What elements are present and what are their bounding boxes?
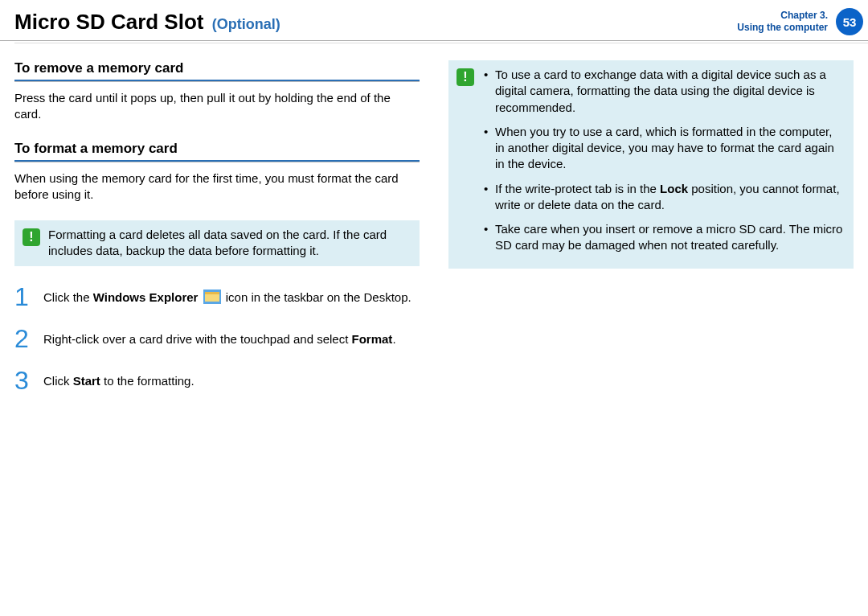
- section-divider: [14, 80, 420, 82]
- bold-format: Format: [352, 332, 393, 346]
- section-remove-title: To remove a memory card: [14, 60, 420, 76]
- windows-explorer-icon: [203, 290, 221, 304]
- bold-lock: Lock: [660, 182, 688, 195]
- section-divider: [14, 160, 420, 162]
- step-3-body: Click Start to the formatting.: [43, 368, 194, 393]
- text: icon in the taskbar on the Desktop.: [226, 290, 411, 304]
- page-header: Micro SD Card Slot (Optional) Chapter 3.…: [0, 0, 868, 41]
- text: .: [392, 332, 395, 346]
- svg-rect-2: [205, 292, 219, 294]
- text: If the write-protect tab is in the: [495, 182, 660, 195]
- bullet-2: When you try to use a card, which is for…: [482, 124, 844, 173]
- left-column: To remove a memory card Press the card u…: [14, 60, 420, 409]
- text: to the formatting.: [100, 374, 194, 388]
- page-number-badge: 53: [836, 8, 863, 35]
- text: Click the: [43, 290, 93, 304]
- format-steps: 1 Click the Windows Explorer icon in the…: [14, 284, 420, 393]
- chapter-label: Chapter 3. Using the computer: [737, 10, 828, 34]
- step-number: 3: [14, 368, 31, 393]
- bold-start: Start: [73, 374, 100, 388]
- step-2: 2 Right-click over a card drive with the…: [14, 326, 420, 351]
- step-1: 1 Click the Windows Explorer icon in the…: [14, 284, 420, 310]
- title-optional: (Optional): [212, 16, 280, 32]
- chapter-line-1: Chapter 3.: [737, 10, 828, 22]
- header-divider: [14, 43, 868, 43]
- right-column: ! To use a card to exchange data with a …: [448, 60, 854, 409]
- content-columns: To remove a memory card Press the card u…: [0, 41, 868, 409]
- note-box: ! Formatting a card deletes all data sav…: [14, 220, 420, 266]
- note-box-right: ! To use a card to exchange data with a …: [448, 60, 854, 269]
- alert-icon: !: [23, 228, 40, 246]
- section-format-title: To format a memory card: [14, 141, 420, 157]
- step-number: 1: [14, 284, 31, 310]
- bold-windows-explorer: Windows Explorer: [93, 290, 199, 304]
- bullet-3: If the write-protect tab is in the Lock …: [482, 181, 844, 214]
- step-3: 3 Click Start to the formatting.: [14, 368, 420, 393]
- note-bullets: To use a card to exchange data with a di…: [482, 67, 844, 262]
- text: Right-click over a card drive with the t…: [43, 332, 352, 346]
- alert-icon: !: [457, 68, 474, 86]
- text: Click: [43, 374, 73, 388]
- header-right: Chapter 3. Using the computer 53: [737, 8, 868, 35]
- bullet-1: To use a card to exchange data with a di…: [482, 67, 844, 116]
- page-title: Micro SD Card Slot (Optional): [14, 10, 280, 35]
- step-number: 2: [14, 326, 31, 351]
- title-main: Micro SD Card Slot: [14, 10, 203, 34]
- chapter-line-2: Using the computer: [737, 22, 828, 34]
- bullet-4: Take care when you insert or remove a mi…: [482, 221, 844, 254]
- step-1-body: Click the Windows Explorer icon in the t…: [43, 284, 411, 310]
- note-text: Formatting a card deletes all data saved…: [48, 227, 410, 260]
- section-format-body: When using the memory card for the first…: [14, 170, 420, 203]
- section-remove-body: Press the card until it pops up, then pu…: [14, 90, 420, 123]
- step-2-body: Right-click over a card drive with the t…: [43, 326, 396, 351]
